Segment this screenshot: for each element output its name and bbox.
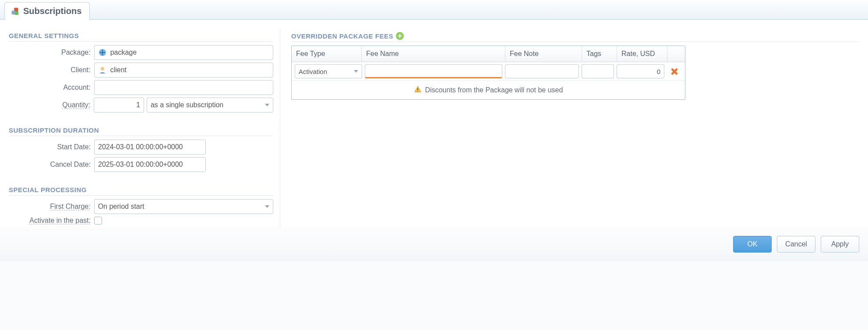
delete-row-button[interactable] — [670, 67, 679, 76]
fees-warning-text: Discounts from the Package will not be u… — [425, 86, 563, 94]
row-client: Client: client — [9, 63, 273, 77]
svg-rect-6 — [417, 91, 418, 91]
fee-type-value: Activation — [299, 68, 327, 75]
fees-table: Fee Type Fee Name Fee Note Tags Rate, US… — [291, 46, 685, 100]
right-column: OVERRIDDEN PACKAGE FEES Fee Type Fee Nam… — [280, 28, 859, 227]
first-charge-select[interactable]: On period start — [94, 199, 273, 214]
package-icon — [98, 48, 107, 57]
chevron-down-icon — [354, 70, 358, 73]
cancel-button[interactable]: Cancel — [777, 236, 815, 253]
subscriptions-icon — [10, 7, 20, 16]
fees-warning: Discounts from the Package will not be u… — [292, 81, 685, 99]
chevron-down-icon — [265, 205, 269, 208]
svg-rect-5 — [417, 88, 418, 90]
col-tags: Tags — [582, 46, 617, 62]
row-activate-past: Activate in the past: — [9, 217, 273, 225]
fees-title: OVERRIDDEN PACKAGE FEES — [291, 32, 393, 40]
tab-subscriptions[interactable]: Subscriptions — [4, 2, 90, 20]
fee-name-input[interactable] — [365, 64, 502, 78]
fee-tags-input[interactable] — [582, 64, 614, 78]
quantity-value: 1 — [136, 101, 140, 109]
row-account: Account: — [9, 80, 273, 95]
row-cancel-date: Cancel Date: 2025-03-01 00:00:00+0000 — [9, 157, 273, 172]
fee-type-select[interactable]: Activation — [295, 64, 362, 78]
col-fee-type: Fee Type — [292, 46, 362, 62]
col-rate: Rate, USD — [617, 46, 667, 62]
section-duration-header: SUBSCRIPTION DURATION — [9, 123, 273, 136]
user-icon — [98, 66, 107, 74]
first-charge-value: On period start — [98, 203, 145, 211]
svg-rect-2 — [15, 11, 18, 15]
footer: OK Cancel Apply — [0, 227, 868, 261]
label-package: Package: — [9, 49, 94, 56]
chevron-down-icon — [265, 104, 269, 106]
content: GENERAL SETTINGS Package: package Client… — [0, 20, 868, 227]
ok-button[interactable]: OK — [733, 236, 772, 253]
label-account: Account: — [9, 84, 94, 91]
label-first-charge: First Charge: — [9, 203, 94, 211]
fees-table-header: Fee Type Fee Name Fee Note Tags Rate, US… — [292, 46, 685, 62]
client-input[interactable]: client — [94, 63, 273, 77]
package-value: package — [110, 49, 137, 56]
tab-bar: Subscriptions — [0, 0, 868, 20]
add-fee-button[interactable] — [396, 32, 404, 40]
cancel-date-input[interactable]: 2025-03-01 00:00:00+0000 — [94, 157, 206, 172]
label-quantity: Quantity: — [9, 101, 94, 109]
quantity-mode-value: as a single subscription — [151, 101, 223, 109]
row-quantity: Quantity: 1 as a single subscription — [9, 98, 273, 112]
fee-note-input[interactable] — [505, 64, 579, 78]
svg-point-4 — [101, 67, 104, 70]
row-start-date: Start Date: 2024-03-01 00:00:00+0000 — [9, 140, 273, 154]
tab-label: Subscriptions — [23, 6, 81, 16]
label-activate-past: Activate in the past: — [9, 217, 94, 225]
row-package: Package: package — [9, 45, 273, 60]
package-input[interactable]: package — [94, 45, 273, 60]
account-input[interactable] — [94, 80, 273, 95]
start-date-input[interactable]: 2024-03-01 00:00:00+0000 — [94, 140, 206, 154]
activate-past-checkbox[interactable] — [94, 217, 102, 225]
section-special-header: SPECIAL PROCESSING — [9, 183, 273, 196]
start-date-value: 2024-03-01 00:00:00+0000 — [98, 143, 183, 151]
client-value: client — [110, 66, 127, 74]
row-first-charge: First Charge: On period start — [9, 199, 273, 214]
cancel-date-value: 2025-03-01 00:00:00+0000 — [98, 161, 183, 169]
label-cancel-date: Cancel Date: — [9, 161, 94, 169]
label-start-date: Start Date: — [9, 143, 94, 151]
col-fee-note: Fee Note — [505, 46, 582, 62]
col-delete — [667, 46, 685, 62]
label-client: Client: — [9, 66, 94, 74]
warning-icon — [414, 85, 422, 95]
section-general-header: GENERAL SETTINGS — [9, 28, 273, 42]
col-fee-name: Fee Name — [362, 46, 505, 62]
fees-row: Activation — [292, 62, 685, 81]
section-fees-header: OVERRIDDEN PACKAGE FEES — [291, 28, 859, 42]
quantity-input[interactable]: 1 — [94, 98, 144, 112]
quantity-mode-select[interactable]: as a single subscription — [147, 98, 273, 112]
apply-button[interactable]: Apply — [821, 236, 859, 253]
left-column: GENERAL SETTINGS Package: package Client… — [9, 28, 280, 227]
fee-rate-input[interactable]: 0 — [617, 64, 664, 78]
fee-rate-value: 0 — [657, 68, 660, 75]
